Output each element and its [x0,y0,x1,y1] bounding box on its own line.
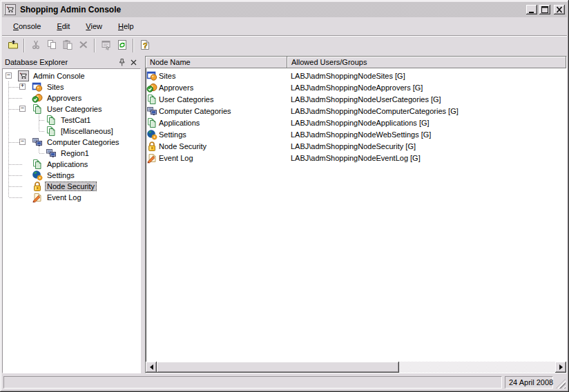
svg-text:?: ? [143,41,148,49]
tree-guide-line [39,148,39,153]
tree-item-label[interactable]: Computer Categories [45,137,122,147]
scroll-left-icon[interactable] [146,362,157,373]
copy-button [44,38,59,54]
list-cell-allowed-group: LABJ\admShoppingNodeUserCategories [G] [287,95,566,104]
list-row-sites[interactable]: SitesLABJ\admShoppingNodeSites [G] [146,70,566,81]
tree-guide-line [9,164,22,165]
list-row-applications[interactable]: ApplicationsLABJ\admShoppingNodeApplicat… [146,117,566,128]
tree-item-event-log[interactable]: Event Log [3,192,140,203]
tree-guide-line [8,126,9,137]
sites-icon [32,81,43,92]
node-list: SitesLABJ\admShoppingNodeSites [G]Approv… [146,68,566,362]
node-name-text: Settings [159,130,186,139]
approvers-icon [32,92,43,104]
menu-item-console[interactable]: Console [11,21,43,32]
list-row-computer-categories[interactable]: Computer CategoriesLABJ\admShoppingNodeC… [146,105,566,117]
tree-guide-line [8,192,9,197]
computers-icon [146,106,157,117]
category-pages-icon [32,159,43,170]
list-row-approvers[interactable]: ApproversLABJ\admShoppingNodeApprovers [… [146,81,566,93]
menu-item-help[interactable]: Help [116,21,136,32]
tree-item-settings[interactable]: Settings [3,170,140,181]
tree-item-label[interactable]: Sites [45,82,66,92]
collapse-box-icon[interactable]: − [19,139,26,145]
scroll-right-icon[interactable] [555,362,566,373]
list-cell-node-name[interactable]: User Categories [146,94,287,105]
menu-item-edit[interactable]: Edit [55,21,72,32]
tree-guide-line [9,175,22,176]
tree-item-label[interactable]: Settings [45,170,77,180]
delete-button [75,38,91,54]
maximize-button[interactable] [539,5,550,14]
list-row-node-security[interactable]: Node SecurityLABJ\admShoppingNodeSecurit… [146,140,566,152]
minimize-button[interactable] [526,5,537,14]
list-cell-node-name[interactable]: Node Security [146,141,287,152]
column-header-node-name[interactable]: Node Name [146,57,287,68]
panel-close-icon[interactable] [128,57,139,67]
list-cell-allowed-group: LABJ\admShoppingNodeEventLog [G] [287,154,566,162]
resize-grip[interactable] [556,379,566,389]
scrollbar-track[interactable] [399,362,555,373]
help-button[interactable]: ? [137,38,153,54]
tree-item-user-categories[interactable]: −User Categories [3,104,140,115]
list-cell-node-name[interactable]: Approvers [146,82,287,93]
list-cell-allowed-group: LABJ\admShoppingNodeApprovers [G] [287,84,566,92]
node-name-text: Node Security [159,142,206,150]
tree-item-node-security[interactable]: Node Security [3,181,140,192]
tree-item-region1[interactable]: Region1 [3,148,140,159]
app-window: Shopping Admin Console ConsoleEditViewHe… [0,0,569,392]
scrollbar-thumb[interactable] [157,362,399,373]
list-cell-node-name[interactable]: Sites [146,70,287,81]
admin-console-icon [18,70,29,81]
tree-item-label[interactable]: Region1 [59,148,91,158]
computers-icon [32,137,43,148]
menu-item-view[interactable]: View [84,21,104,32]
collapse-box-icon[interactable]: − [6,72,12,79]
paste-icon [62,39,73,52]
category-pages-icon [146,94,157,105]
tree-item-label[interactable]: User Categories [45,104,104,114]
list-row-user-categories[interactable]: User CategoriesLABJ\admShoppingNodeUserC… [146,93,566,105]
category-pages-icon [46,115,57,126]
tree-item-computer-categories[interactable]: −Computer Categories [3,137,140,148]
tree-item-label[interactable]: TestCat1 [59,115,93,125]
list-cell-node-name[interactable]: Computer Categories [146,106,287,117]
list-cell-node-name[interactable]: Applications [146,117,287,128]
tree-item-label[interactable]: Admin Console [31,71,87,81]
collapse-box-icon[interactable]: − [19,106,26,112]
column-header-allowed-users[interactable]: Allowed Users/Groups [287,57,566,68]
tree-item-label[interactable]: [Miscellaneous] [59,126,115,136]
tree-item-label[interactable]: Event Log [45,193,84,202]
list-column-headers: Node Name Allowed Users/Groups [146,57,566,68]
event-log-icon [146,153,157,164]
tree-item-applications[interactable]: Applications [3,159,140,170]
list-row-event-log[interactable]: Event LogLABJ\admShoppingNodeEventLog [G… [146,152,566,164]
category-pages-icon [146,117,157,128]
tree-item-label[interactable]: Approvers [45,93,84,103]
tree-item-approvers[interactable]: Approvers [3,92,140,104]
horizontal-scrollbar[interactable] [146,362,566,373]
tree-item-sites[interactable]: +Sites [3,81,140,92]
category-pages-icon [46,126,57,137]
close-button[interactable] [554,5,565,14]
pushpin-icon[interactable] [117,57,127,67]
tree-guide-line [8,115,9,126]
up-one-level-button[interactable] [5,38,21,54]
tree-item-testcat1[interactable]: TestCat1 [3,115,140,126]
refresh-button[interactable] [114,38,130,54]
node-name-text: Event Log [159,154,193,162]
tree-item-admin-console[interactable]: −Admin Console [3,70,140,81]
expand-box-icon[interactable]: + [19,84,26,90]
node-list-panel: Node Name Allowed Users/Groups SitesLABJ… [145,56,567,373]
list-cell-node-name[interactable]: Event Log [146,153,287,164]
explorer-tree: −Admin Console+SitesApprovers−User Categ… [2,68,141,373]
tree-item-label[interactable]: Applications [45,159,90,169]
tree-item-miscellaneous[interactable]: [Miscellaneous] [3,126,140,137]
shopping-cart-icon[interactable] [4,4,16,15]
node-name-text: Approvers [159,84,193,92]
explorer-panel-title: Database Explorer [5,58,115,66]
tree-item-label[interactable]: Node Security [45,182,97,191]
approvers-icon [146,82,157,93]
list-row-settings[interactable]: SettingsLABJ\admShoppingNodeWebSettings … [146,128,566,140]
list-cell-node-name[interactable]: Settings [146,129,287,140]
